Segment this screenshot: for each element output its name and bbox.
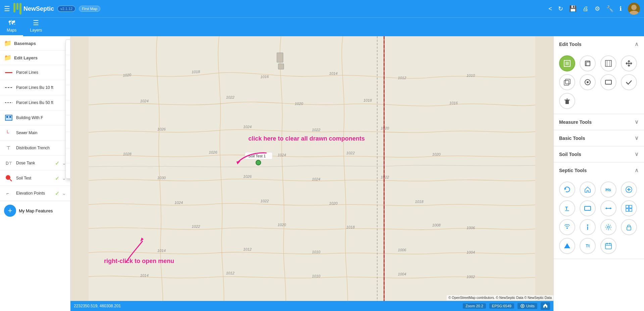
ctx-clear-features[interactable]: Clear layer features — [66, 163, 70, 178]
septic-info-btn[interactable] — [580, 219, 596, 235]
septic-text-btn[interactable]: T — [559, 200, 575, 216]
edit-layers-folder-icon: 📁 — [4, 54, 11, 61]
svg-point-71 — [256, 160, 261, 165]
svg-text:1002: 1002 — [466, 275, 475, 279]
layer-parcel-lines-10ft[interactable]: Parcel Lines Bu 10 ft — [0, 80, 70, 95]
measure-tools-section: Measure Tools ∨ — [554, 114, 644, 130]
ctx-download[interactable]: Download features in the layer — [66, 148, 70, 163]
save-icon[interactable]: 💾 — [569, 5, 577, 12]
parcel-bu50-label: Parcel Lines Bu 50 ft — [16, 100, 66, 105]
map-coordinates: 2232350.519, 460308.201 — [74, 304, 459, 308]
edit-layers-label: Edit Layers — [14, 55, 38, 60]
svg-text:Soil Test 1: Soil Test 1 — [248, 154, 266, 158]
ctx-start-editing[interactable]: Start editing layer — [66, 40, 70, 55]
layer-elevation[interactable]: ⌐ Elevation Points ✓ ⌄ — [0, 186, 70, 201]
septic-tools-header[interactable]: Septic Tools ∧ — [554, 162, 644, 178]
rect-icon — [605, 79, 612, 86]
basic-tools-header[interactable]: Basic Tools ∨ — [554, 130, 644, 146]
svg-text:1012: 1012 — [243, 247, 252, 251]
edit-layers-section[interactable]: 📁 Edit Layers — [0, 51, 70, 65]
svg-text:1020: 1020 — [123, 73, 132, 77]
septic-up-btn[interactable] — [559, 238, 575, 254]
sub-header: 🗺 Maps ☰ Layers — [0, 17, 644, 36]
septic-rect-btn[interactable] — [580, 200, 596, 216]
ctx-select-enabled[interactable]: Select enabled — [66, 55, 70, 70]
svg-text:D⊤: D⊤ — [6, 161, 12, 166]
select-tool-btn[interactable] — [559, 55, 575, 71]
app-version[interactable]: v2.1.12 — [57, 6, 76, 12]
svg-rect-89 — [605, 80, 611, 84]
add-feature-button[interactable]: + — [4, 205, 16, 217]
tools-icon[interactable]: 🔧 — [606, 5, 613, 12]
elevation-chevron[interactable]: ⌄ — [62, 191, 66, 196]
septic-tools-chevron: ∧ — [635, 167, 639, 173]
map-area[interactable]: 1020 1018 1016 1014 1012 1010 1024 1022 … — [70, 36, 553, 311]
tab-maps[interactable]: 🗺 Maps — [0, 16, 23, 36]
move-icon — [625, 60, 633, 67]
measure-tools-header[interactable]: Measure Tools ∨ — [554, 114, 644, 130]
expand-tool-btn[interactable] — [600, 55, 616, 71]
circle-tool-btn[interactable] — [580, 74, 596, 90]
septic-settings-btn[interactable] — [600, 219, 616, 235]
map-attribution: © OpenStreetMap contributors. © NewSepti… — [447, 295, 553, 300]
septic-signal-btn[interactable] — [559, 219, 575, 235]
svg-rect-106 — [629, 209, 632, 211]
septic-measure-btn[interactable] — [600, 200, 616, 216]
ctx-translate-disabled[interactable]: Translate disabled — [66, 70, 70, 85]
check-tool-btn[interactable] — [621, 74, 637, 90]
septic-lock-btn[interactable] — [621, 219, 637, 235]
layer-parcel-lines[interactable]: Parcel Lines — [0, 65, 70, 80]
septic-add-btn[interactable] — [621, 182, 637, 198]
septic-tt-btn[interactable]: Tt — [580, 238, 596, 254]
refresh-icon[interactable]: ↻ — [558, 5, 563, 12]
menu-icon[interactable]: ☰ — [4, 5, 10, 13]
septic-calendar-btn[interactable] — [600, 238, 616, 254]
septic-up-icon — [563, 242, 571, 250]
svg-text:1004: 1004 — [466, 250, 475, 254]
basemaps-section[interactable]: 📁 Basemaps — [0, 36, 70, 51]
svg-text:⌐: ⌐ — [6, 191, 9, 196]
copy-edit-tool-btn[interactable] — [580, 55, 596, 71]
layer-building[interactable]: Building With F — [0, 110, 70, 125]
select-tool-icon — [563, 60, 571, 67]
map-canvas[interactable]: 1020 1018 1016 1014 1012 1010 1024 1022 … — [70, 36, 553, 311]
tab-layers[interactable]: ☰ Layers — [23, 16, 49, 36]
layer-parcel-lines-50ft[interactable]: Parcel Lines Bu 50 ft — [0, 95, 70, 110]
rect-tool-btn[interactable] — [600, 74, 616, 90]
svg-point-108 — [587, 224, 588, 226]
move-tool-btn[interactable] — [621, 55, 637, 71]
edit-tools-header[interactable]: Edit Tools ∧ — [554, 36, 644, 52]
svg-text:1026: 1026 — [243, 174, 252, 178]
sewer-label: Sewer Main — [16, 131, 66, 135]
ctx-create-buffer[interactable]: Create Buffer — [66, 100, 70, 115]
layer-sewer-main[interactable]: └ Sewer Main — [0, 125, 70, 141]
layer-soil-test[interactable]: Soil Test ✓ ⌄ — [0, 171, 70, 186]
delete-tool-btn[interactable] — [559, 93, 575, 109]
map-home-button[interactable] — [541, 302, 550, 310]
info-icon[interactable]: ℹ — [620, 5, 622, 12]
septic-grid-icon — [625, 205, 633, 212]
layer-dist-trench[interactable]: ⊤ Distribution Trench — [0, 141, 70, 156]
my-map-features-section[interactable]: + My Map Features — [0, 201, 70, 220]
ctx-zoom-extent[interactable]: Zoom to layer extent — [66, 85, 70, 100]
settings-icon[interactable]: ⚙ — [595, 5, 600, 12]
layers-tab-label: Layers — [30, 28, 42, 33]
circle-icon — [584, 79, 591, 86]
duplicate-tool-btn[interactable] — [559, 74, 575, 90]
svg-text:1024: 1024 — [140, 99, 149, 103]
user-avatar[interactable] — [628, 3, 640, 15]
svg-rect-105 — [626, 209, 629, 211]
septic-home-btn[interactable] — [580, 182, 596, 198]
septic-hs-btn[interactable]: Hs — [600, 182, 616, 198]
svg-rect-79 — [565, 62, 569, 65]
septic-undo-btn[interactable] — [559, 182, 575, 198]
print-icon[interactable]: 🖨 — [583, 5, 589, 12]
svg-rect-104 — [629, 205, 632, 208]
soil-tools-header[interactable]: Soil Tools ∨ — [554, 146, 644, 162]
share-icon[interactable]: < — [548, 5, 552, 12]
soil-test-label: Soil Test — [16, 176, 52, 180]
map-units[interactable]: Units — [517, 303, 537, 309]
layer-dose-tank[interactable]: D⊤ Dose Tank ✓ ⌄ — [0, 156, 70, 171]
septic-grid-btn[interactable] — [621, 200, 637, 216]
map-name-badge[interactable]: First Map — [79, 6, 100, 12]
